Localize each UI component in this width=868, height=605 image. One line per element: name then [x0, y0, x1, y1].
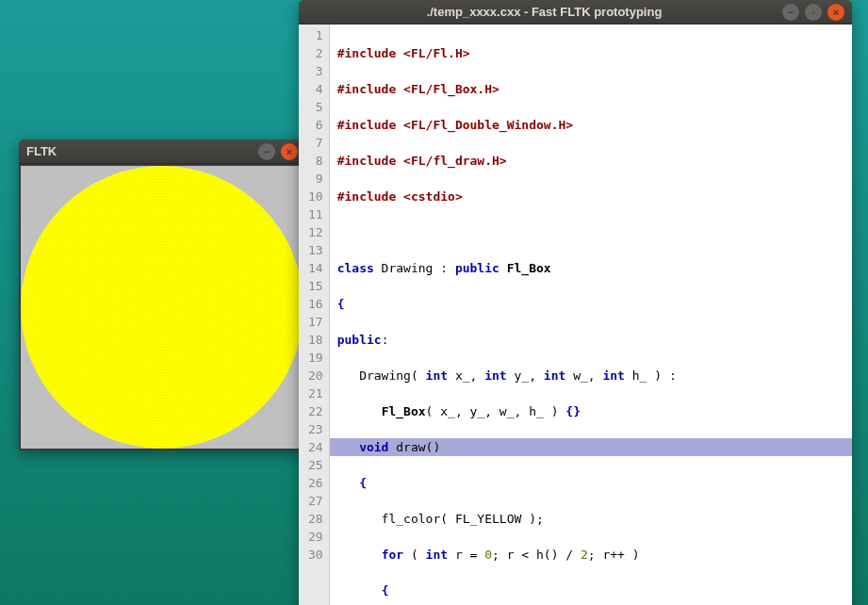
yellow-circle-drawing: [21, 166, 303, 449]
maximize-icon[interactable]: ▫: [805, 4, 822, 21]
close-icon[interactable]: ×: [281, 143, 298, 160]
highlighted-line: void draw(): [330, 438, 852, 456]
editor-title: ./temp_xxxx.cxx - Fast FLTK prototyping: [306, 5, 782, 19]
editor-body: 1 2 3 4 5 6 7 8 9 10 11 12 13 14 15 16 1…: [299, 25, 852, 605]
fltk-canvas: [21, 166, 303, 449]
minimize-icon[interactable]: −: [782, 4, 799, 21]
fltk-titlebar[interactable]: FLTK − ×: [19, 139, 305, 164]
fltk-title: FLTK: [26, 144, 258, 158]
code-area[interactable]: #include <FL/Fl.H> #include <FL/Fl_Box.H…: [330, 25, 852, 605]
fltk-app-window: FLTK − ×: [19, 139, 305, 450]
editor-titlebar[interactable]: ./temp_xxxx.cxx - Fast FLTK prototyping …: [299, 0, 852, 25]
editor-window-controls: − ▫ ×: [782, 4, 844, 21]
line-number-gutter: 1 2 3 4 5 6 7 8 9 10 11 12 13 14 15 16 1…: [299, 25, 330, 605]
fltk-window-controls: − ×: [258, 143, 298, 160]
close-icon[interactable]: ×: [827, 4, 844, 21]
editor-window: ./temp_xxxx.cxx - Fast FLTK prototyping …: [299, 0, 852, 605]
minimize-icon[interactable]: −: [258, 143, 275, 160]
